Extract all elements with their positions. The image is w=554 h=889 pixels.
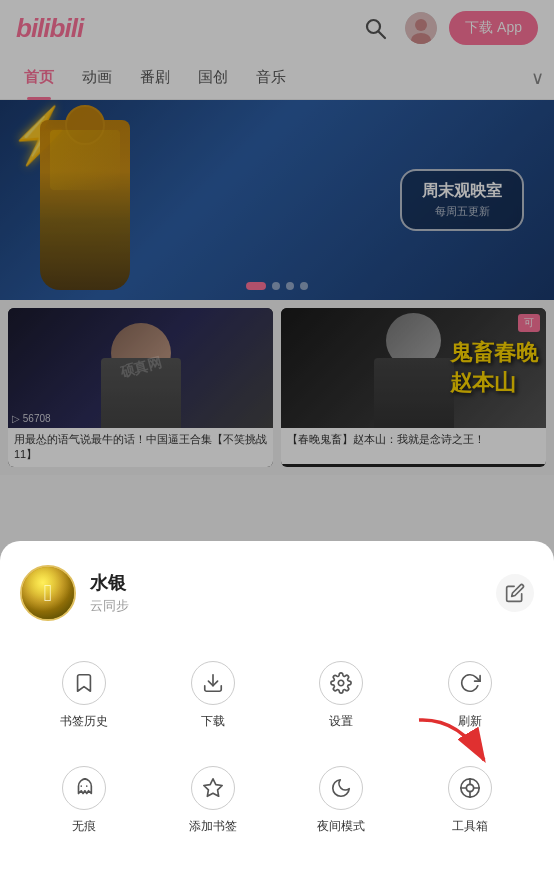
menu-ghost[interactable]: 无痕 <box>20 754 149 851</box>
menu-night-mode-label: 夜间模式 <box>317 818 365 835</box>
menu-toolbox-label: 工具箱 <box>452 818 488 835</box>
ghost-icon <box>62 766 106 810</box>
menu-settings[interactable]: 设置 <box>277 649 406 746</box>
menu-row-2: 无痕 添加书签 夜间模式 <box>20 754 534 851</box>
user-info: 𓆏 水银 云同步 <box>20 565 534 621</box>
menu-refresh[interactable]: 刷新 <box>406 649 535 746</box>
user-name: 水银 <box>90 571 496 595</box>
menu-download[interactable]: 下载 <box>149 649 278 746</box>
menu-toolbox[interactable]: 工具箱 <box>406 754 535 851</box>
add-bookmark-icon <box>191 766 235 810</box>
menu-download-label: 下载 <box>201 713 225 730</box>
svg-point-9 <box>466 784 473 791</box>
menu-bookmark-history-label: 书签历史 <box>60 713 108 730</box>
menu-settings-label: 设置 <box>329 713 353 730</box>
menu-ghost-label: 无痕 <box>72 818 96 835</box>
menu-refresh-label: 刷新 <box>458 713 482 730</box>
settings-icon <box>319 661 363 705</box>
menu-add-bookmark-label: 添加书签 <box>189 818 237 835</box>
user-details: 水银 云同步 <box>90 571 496 615</box>
svg-marker-7 <box>204 779 222 796</box>
avatar-glow <box>22 567 74 619</box>
svg-point-6 <box>339 680 345 686</box>
user-sub: 云同步 <box>90 597 496 615</box>
edit-profile-button[interactable] <box>496 574 534 612</box>
menu-row-1: 书签历史 下载 设置 <box>20 649 534 746</box>
refresh-icon <box>448 661 492 705</box>
menu-bookmark-history[interactable]: 书签历史 <box>20 649 149 746</box>
toolbox-icon <box>448 766 492 810</box>
download-icon <box>191 661 235 705</box>
bottom-sheet: 𓆏 水银 云同步 书签历史 <box>0 541 554 889</box>
night-mode-icon <box>319 766 363 810</box>
menu-night-mode[interactable]: 夜间模式 <box>277 754 406 851</box>
user-avatar-large[interactable]: 𓆏 <box>20 565 76 621</box>
menu-add-bookmark[interactable]: 添加书签 <box>149 754 278 851</box>
bookmark-history-icon <box>62 661 106 705</box>
